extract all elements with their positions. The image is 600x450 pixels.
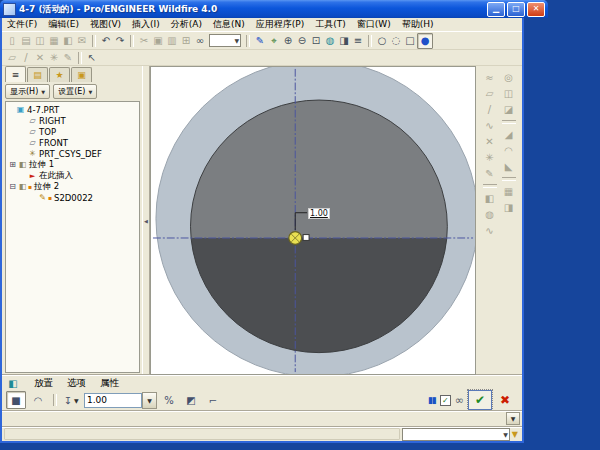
chamfer-tool-icon[interactable]: ◣ (501, 159, 517, 174)
draft-tool-icon[interactable]: ◢ (501, 127, 517, 142)
sketch-tool-icon[interactable]: ✎ (482, 166, 498, 181)
pattern-tool-icon[interactable]: ▦ (501, 184, 517, 199)
paste-special-icon[interactable]: ⊞ (179, 34, 193, 48)
undo-icon[interactable]: ↶ (99, 34, 113, 48)
paste-icon[interactable]: ▥ (165, 34, 179, 48)
rib-tool-icon[interactable]: ◪ (501, 102, 517, 117)
selection-filter-status-combo[interactable]: ▼ (402, 428, 510, 441)
model-tree-tab[interactable]: ≡ (5, 66, 26, 82)
zoom-in-icon[interactable]: ⊕ (281, 34, 295, 48)
redraw-icon[interactable]: ✎ (253, 34, 267, 48)
tree-item-top-plane[interactable]: ▱ TOP (6, 126, 139, 137)
selection-filter-combo[interactable]: ▼ (209, 34, 241, 47)
print-preview-icon[interactable]: ◧ (61, 34, 75, 48)
copy-icon[interactable]: ▣ (151, 34, 165, 48)
favorites-tab[interactable]: ★ (49, 67, 70, 82)
datum-plane-icon[interactable]: ▱ (5, 51, 19, 65)
send-mail-icon[interactable]: ✉ (75, 34, 89, 48)
datum-point-tool-icon[interactable]: ✕ (482, 134, 498, 149)
print-icon[interactable]: ▦ (47, 34, 61, 48)
menu-analysis[interactable]: 分析(A) (171, 18, 202, 31)
folder-browser-tab[interactable]: ▤ (27, 67, 48, 82)
remove-material-button[interactable]: ◩ (181, 391, 201, 409)
app-icon[interactable] (3, 3, 16, 16)
show-dropdown-button[interactable]: 显示(H)▼ (5, 84, 50, 99)
tree-item-csys[interactable]: ✳ PRT_CSYS_DEF (6, 148, 139, 159)
style-tool-icon[interactable]: ≈ (482, 70, 498, 85)
save-icon[interactable]: ◫ (33, 34, 47, 48)
tree-item-extrude-1[interactable]: ⊞ ◧ 拉伸 1 (6, 159, 139, 170)
sweep-tool-icon[interactable]: ∿ (482, 223, 498, 238)
round-tool-icon[interactable]: ◠ (501, 143, 517, 158)
search-icon[interactable]: ∞ (193, 34, 207, 48)
zoom-out-icon[interactable]: ⊖ (295, 34, 309, 48)
depth-type-button[interactable]: ↧▼ (62, 391, 82, 409)
depth-dimension-label[interactable]: 1.00 (308, 208, 330, 219)
pause-button[interactable]: ▮▮ (428, 395, 436, 405)
graphics-viewport[interactable]: 1.00 (150, 66, 476, 375)
tree-item-sketch[interactable]: ✎ ▪ S2D0022 (6, 192, 139, 203)
reorient-icon[interactable]: ◍ (323, 34, 337, 48)
cancel-button[interactable]: ✖ (496, 391, 514, 409)
menu-applications[interactable]: 应用程序(P) (256, 18, 304, 31)
cut-icon[interactable]: ✂ (137, 34, 151, 48)
tree-item-front-plane[interactable]: ▱ FRONT (6, 137, 139, 148)
connections-tab[interactable]: ▣ (71, 67, 92, 82)
shell-tool-icon[interactable]: ◫ (501, 86, 517, 101)
collapse-icon[interactable]: ⊟ (8, 182, 17, 191)
tab-options[interactable]: 选项 (67, 377, 86, 390)
no-hidden-icon[interactable]: □ (403, 34, 417, 48)
datum-axis-icon[interactable]: / (19, 51, 33, 65)
extrude-tool-icon[interactable]: ◧ (482, 191, 498, 206)
depth-value-input[interactable] (84, 393, 142, 408)
menu-tools[interactable]: 工具(T) (315, 18, 346, 31)
menu-info[interactable]: 信息(N) (213, 18, 245, 31)
panel-splitter[interactable]: ◀ (142, 66, 150, 375)
maximize-button[interactable]: □ (507, 2, 525, 17)
tree-item-right-plane[interactable]: ▱ RIGHT (6, 115, 139, 126)
menu-help[interactable]: 帮助(H) (402, 18, 434, 31)
preview-checkbox[interactable]: ✓ (440, 395, 451, 406)
menu-file[interactable]: 文件(F) (7, 18, 37, 31)
datum-csys-icon[interactable]: ✳ (47, 51, 61, 65)
mirror-tool-icon[interactable]: ◨ (501, 200, 517, 215)
settings-dropdown-button[interactable]: 设置(E)▼ (53, 84, 97, 99)
open-file-icon[interactable]: ▤ (19, 34, 33, 48)
menu-insert[interactable]: 插入(I) (132, 18, 160, 31)
surface-button[interactable]: ◠ (28, 391, 48, 409)
menu-edit[interactable]: 编辑(E) (48, 18, 79, 31)
hole-tool-icon[interactable]: ◎ (501, 70, 517, 85)
menu-window[interactable]: 窗口(W) (357, 18, 391, 31)
ok-button[interactable]: ✔ (468, 390, 492, 410)
redo-icon[interactable]: ↷ (113, 34, 127, 48)
expand-icon[interactable]: ⊞ (8, 160, 17, 169)
saved-views-icon[interactable]: ◨ (337, 34, 351, 48)
wireframe-icon[interactable]: ○ (375, 34, 389, 48)
tree-item-part[interactable]: ▣ 4-7.PRT (6, 104, 139, 115)
datum-curve-tool-icon[interactable]: ∿ (482, 118, 498, 133)
sketch-icon[interactable]: ✎ (61, 51, 75, 65)
hidden-line-icon[interactable]: ◌ (389, 34, 403, 48)
tab-properties[interactable]: 属性 (100, 377, 119, 390)
message-scroll-down-button[interactable]: ▼ (506, 412, 520, 425)
tab-placement[interactable]: 放置 (34, 377, 53, 390)
solid-button[interactable]: ■ (6, 391, 26, 409)
new-file-icon[interactable]: ▯ (5, 34, 19, 48)
tree-item-extrude-2[interactable]: ⊟ ◧ ▪ 拉伸 2 (6, 181, 139, 192)
flip-direction-button[interactable]: % (159, 391, 179, 409)
layers-icon[interactable]: ≡ (351, 34, 365, 48)
revolve-tool-icon[interactable]: ◍ (482, 207, 498, 222)
menu-view[interactable]: 视图(V) (90, 18, 121, 31)
datum-point-icon[interactable]: ✕ (33, 51, 47, 65)
datum-plane-tool-icon[interactable]: ▱ (482, 86, 498, 101)
datum-csys-tool-icon[interactable]: ✳ (482, 150, 498, 165)
chevron-down-icon[interactable]: ▼ (142, 392, 157, 409)
datum-axis-tool-icon[interactable]: / (482, 102, 498, 117)
context-help-icon[interactable]: ↖ (85, 51, 99, 65)
close-button[interactable]: ✕ (527, 2, 545, 17)
minimize-button[interactable]: ▁ (487, 2, 505, 17)
thicken-sketch-button[interactable]: ⌐ (203, 391, 223, 409)
spin-center-icon[interactable]: ⌖ (267, 34, 281, 48)
tree-item-insert-here[interactable]: ► 在此插入 (6, 170, 139, 181)
refit-icon[interactable]: ⊡ (309, 34, 323, 48)
